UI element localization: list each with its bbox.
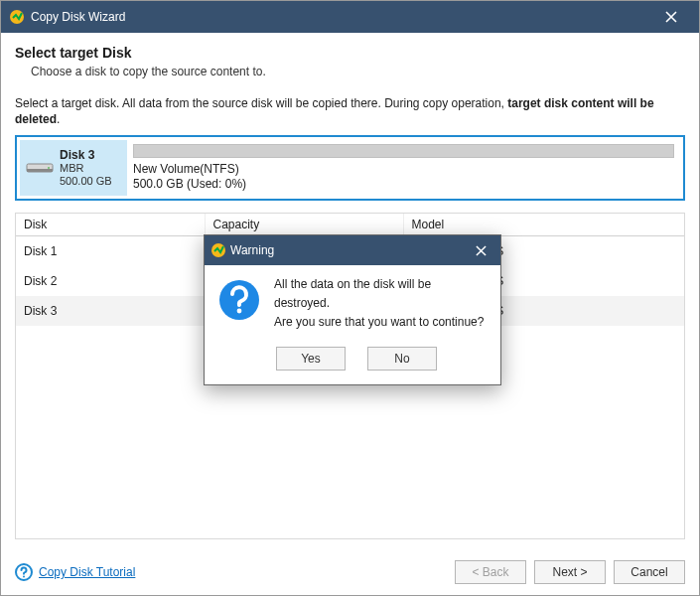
app-icon [9,9,25,25]
col-capacity[interactable]: Capacity [205,214,403,236]
cell-disk: Disk 3 [16,296,205,326]
footer: Copy Disk Tutorial < Back Next > Cancel [1,549,699,595]
dialog-message-1: All the data on the disk will be destroy… [274,275,487,313]
disk-icon [26,159,54,177]
close-icon [476,245,487,256]
warning-dialog: Warning All the data on the disk will be… [204,234,501,385]
dialog-message-2: Are you sure that you want to continue? [274,313,487,332]
target-disk-size: 500.00 GB [60,175,112,188]
page-subheading: Choose a disk to copy the source content… [31,65,685,78]
cell-disk: Disk 1 [16,236,205,267]
cell-disk: Disk 2 [16,266,205,296]
cancel-button[interactable]: Cancel [614,560,685,584]
svg-point-5 [23,575,25,577]
instruction-suffix: . [57,112,60,126]
table-header-row: Disk Capacity Model [16,214,684,236]
question-icon [218,279,260,321]
svg-point-3 [48,167,50,169]
target-disk-header: Disk 3 MBR 500.00 GB [20,140,127,196]
close-icon [665,11,677,23]
target-volume-detail: 500.0 GB (Used: 0%) [133,177,674,192]
instruction-text: Select a target disk. All data from the … [15,96,685,127]
wizard-window: Copy Disk Wizard Select target Disk Choo… [0,0,700,596]
page-heading: Select target Disk [15,45,685,61]
col-model[interactable]: Model [403,214,684,236]
svg-point-8 [237,309,242,314]
dialog-body: All the data on the disk will be destroy… [205,265,500,339]
help-icon [15,563,33,581]
app-icon [210,242,226,258]
tutorial-link[interactable]: Copy Disk Tutorial [39,565,135,579]
target-disk-scheme: MBR [60,162,112,175]
dialog-actions: Yes No [205,339,500,384]
dialog-titlebar: Warning [205,235,500,265]
window-title: Copy Disk Wizard [31,10,125,24]
dialog-no-button[interactable]: No [367,347,437,371]
col-disk[interactable]: Disk [16,214,205,236]
instruction-prefix: Select a target disk. All data from the … [15,96,507,110]
dialog-title: Warning [230,243,274,257]
dialog-close-button[interactable] [467,235,494,265]
dialog-yes-button[interactable]: Yes [276,347,346,371]
target-disk-volume-area: New Volume(NTFS) 500.0 GB (Used: 0%) [127,140,680,196]
back-button[interactable]: < Back [455,560,526,584]
target-disk-name: Disk 3 [60,148,112,162]
svg-rect-2 [27,169,53,172]
window-close-button[interactable] [651,1,691,33]
partition-bar [133,144,674,158]
titlebar: Copy Disk Wizard [1,1,699,33]
target-disk-panel: Disk 3 MBR 500.00 GB New Volume(NTFS) 50… [15,135,685,201]
next-button[interactable]: Next > [534,560,606,584]
target-volume-name: New Volume(NTFS) [133,162,674,177]
